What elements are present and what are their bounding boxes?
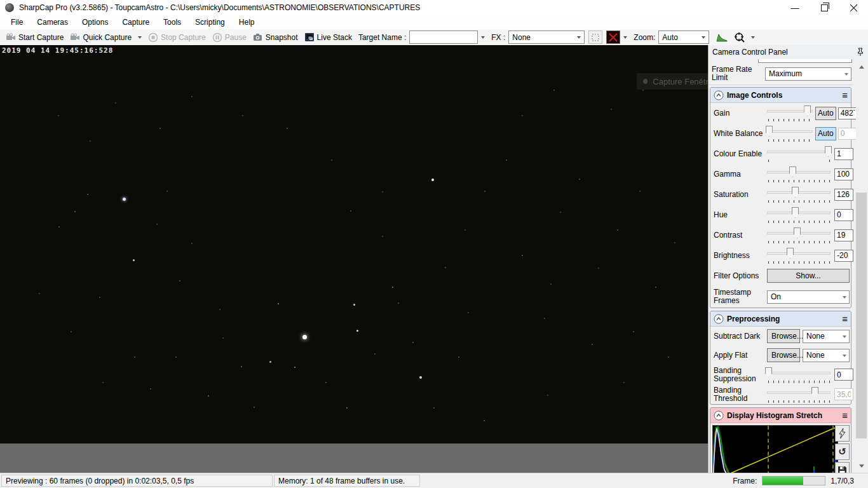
reset-stretch-button[interactable]: ↺ [835,444,850,460]
timestamp-frames-label: Timestamp Frames [714,288,767,305]
collapse-section-icon[interactable] [714,314,724,324]
star [639,191,641,192]
reticle-dropdown[interactable] [748,30,758,44]
section-menu-icon[interactable]: ≡ [842,410,848,420]
minimize-button[interactable]: — [780,0,810,15]
restore-button[interactable] [810,0,839,15]
colour-enable-slider[interactable] [767,145,831,163]
title-bar: SharpCap Pro (v3.2.5865) - ToupcamAstro … [0,0,868,15]
section-menu-icon[interactable]: ≡ [842,90,848,100]
menu-item-options[interactable]: Options [75,17,115,28]
white-balance-slider[interactable] [767,125,813,142]
menu-item-cameras[interactable]: Cameras [30,17,75,28]
collapse-section-icon[interactable] [714,90,724,100]
window-title: SharpCap Pro (v3.2.5865) - ToupcamAstro … [19,3,420,12]
target-name-dropdown[interactable] [478,30,488,44]
apply-flat-select[interactable]: None [803,349,850,362]
star [674,242,675,243]
target-name-input[interactable] [409,30,478,44]
saturation-slider[interactable] [767,186,831,203]
panel-title: Camera Control Panel [712,48,857,57]
auto-stretch-button[interactable] [835,425,850,442]
menu-item-file[interactable]: File [4,17,30,28]
star [222,337,224,339]
white-balance-label: White Balance [714,130,767,138]
filter-options-show-button[interactable]: Show... [767,269,850,283]
star [617,229,618,231]
menu-item-help[interactable]: Help [232,17,262,28]
stop-capture-button: Stop Capture [145,30,209,44]
quick-capture-dropdown[interactable] [135,30,145,44]
menu-bar: File Cameras Options Capture Tools Scrip… [0,15,868,29]
gamma-label: Gamma [714,170,767,179]
star [294,367,295,368]
star [522,255,523,256]
star [150,388,151,390]
frame-rate-limit-select[interactable]: Maximum [765,67,851,81]
contrast-value[interactable] [834,229,853,241]
gamma-slider[interactable] [767,165,831,183]
banding-suppression-slider[interactable] [767,366,831,384]
snapshot-button[interactable]: Snapshot [250,30,301,44]
selection-area-button[interactable] [588,30,602,44]
saturation-value[interactable] [834,189,853,201]
saturation-label: Saturation [714,191,767,199]
hue-value[interactable] [834,209,853,221]
zoom-select[interactable]: Auto [658,30,709,44]
collapse-section-icon[interactable] [714,410,724,421]
menu-item-capture[interactable]: Capture [115,17,156,28]
panel-scrollbar[interactable] [856,62,867,471]
star [353,304,355,306]
gain-auto-button[interactable]: Auto [815,107,836,120]
menu-item-tools[interactable]: Tools [156,17,188,28]
scroll-down-arrow[interactable] [856,461,867,471]
banding-suppression-value[interactable] [834,369,853,381]
star [191,96,193,97]
colour-enable-value[interactable] [834,148,853,160]
reticle-button[interactable] [731,30,748,44]
banding-threshold-slider[interactable] [767,386,831,403]
subtract-dark-select[interactable]: None [803,330,850,343]
star [356,330,358,332]
fx-select[interactable]: None [508,30,585,44]
subtract-dark-label: Subtract Dark [714,332,767,341]
brightness-value[interactable] [834,250,853,262]
gamma-value[interactable] [834,168,853,180]
hue-slider[interactable] [767,206,831,224]
star [382,236,383,237]
gain-slider[interactable] [767,104,813,122]
pin-icon[interactable] [857,48,864,57]
contrast-slider[interactable] [767,226,831,244]
star [133,259,135,261]
chevron-down-icon [702,36,705,39]
menu-item-scripting[interactable]: Scripting [188,17,232,28]
scroll-up-arrow[interactable] [856,62,867,72]
scrollbar-thumb[interactable] [856,193,867,438]
section-menu-icon[interactable]: ≡ [842,314,848,323]
close-button[interactable] [839,0,868,15]
live-stack-icon [304,32,315,42]
subtract-dark-browse-button[interactable]: Browse... [767,329,800,343]
start-capture-button[interactable]: Start Capture [3,30,67,44]
gain-value[interactable] [838,107,857,119]
dark-frame-dropdown[interactable] [620,30,630,44]
brightness-slider[interactable] [767,247,831,264]
star [325,382,327,383]
histogram-icon [716,32,728,42]
memory-status: Memory: 1 of 48 frame buffers in use. [274,475,420,487]
timestamp-frames-select[interactable]: On [767,290,850,304]
quick-capture-button[interactable]: Quick Capture [67,30,135,44]
histogram-button[interactable] [713,30,731,44]
camera-icon [70,33,80,42]
star [633,331,634,332]
filter-options-label: Filter Options [714,272,767,280]
dark-frame-button[interactable] [606,30,620,44]
camera-preview[interactable]: 2019 04 14 19:45:16:528 Capture Fenêtre [0,45,708,444]
live-stack-button[interactable]: Live Stack [301,30,355,44]
scrolled-combo-remnant [758,59,852,63]
apply-flat-browse-button[interactable]: Browse... [767,348,800,362]
gain-label: Gain [714,109,767,118]
white-balance-auto-button[interactable]: Auto [815,127,836,140]
camera-control-panel: Camera Control Panel Frame Rate Limit Ma… [708,45,868,473]
chevron-down-icon [843,296,846,299]
